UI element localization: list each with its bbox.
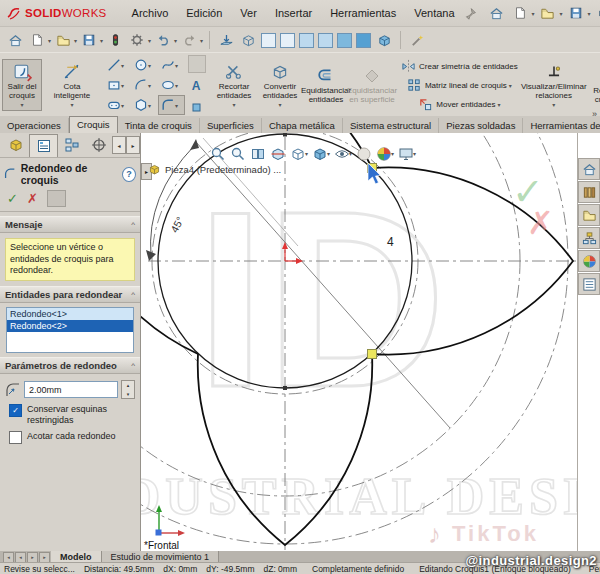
sketch-text-button[interactable]: A [188,78,204,94]
radius-spin-down[interactable]: ▾ [122,390,134,399]
keep-corners-checkbox[interactable]: ✓ [9,404,22,417]
offset-entities-button[interactable]: Equidistanciar entidades [303,63,349,107]
list-item[interactable]: Redondeo<1> [7,308,133,320]
options-gear-button[interactable] [127,30,147,50]
confirm-cancel-mark[interactable]: ✗ [527,205,554,241]
options-caret[interactable]: ▾ [148,37,151,44]
tab-scroll-next-button[interactable]: ▸ [27,552,38,563]
undo-button[interactable] [153,30,173,50]
exit-sketch-button[interactable]: Salir del croquis ▾ [2,59,42,110]
view-ambient-button[interactable] [356,33,371,48]
menu-herramientas[interactable]: Herramientas [321,3,405,23]
sketch-canvas[interactable]: ID INDUSTRIAL DESIGN ♪ TikTok [141,133,578,552]
panel-tabs-right-button[interactable]: ▸ [126,136,140,154]
design-library-button[interactable] [578,181,600,203]
display-relations-caret[interactable]: ▾ [552,102,555,109]
edit-appearance-button[interactable] [355,144,373,163]
display-style-caret[interactable]: ▾ [327,150,330,157]
list-item[interactable]: Redondeo<2> [7,320,133,332]
new-document-button-2[interactable] [27,30,47,50]
undo-caret[interactable]: ▾ [174,37,177,44]
menu-archivo[interactable]: Archivo [123,3,178,23]
feature-tree-tab[interactable] [2,134,29,156]
menu-ventana[interactable]: Ventana [405,3,463,23]
pm-pin-button[interactable] [47,190,66,207]
tab-piezas-soldadas[interactable]: Piezas soldadas [439,118,523,133]
print-button[interactable] [594,3,600,23]
hide-show-items-button[interactable]: ▾ [333,144,353,163]
tab-croquis[interactable]: Croquis [69,116,118,133]
rectangle-caret[interactable]: ▾ [121,82,124,89]
zoom-fit-button[interactable] [209,144,227,163]
line-caret[interactable]: ▾ [121,62,124,69]
angle-dimension-text[interactable]: 45° [168,215,186,235]
trim-entities-button[interactable]: Recortar entidades ▾ [211,59,257,110]
new-document-button[interactable] [510,3,530,23]
linear-pattern-button[interactable]: Matriz lineal de croquis ▾ [405,76,514,94]
rectangle-tool-button[interactable]: ▾ [104,75,131,95]
parameters-section-header[interactable]: Parámetros de redondeo ^ [0,357,140,374]
polygon-tool-button[interactable]: ▾ [131,95,158,115]
ellipse-caret[interactable]: ▾ [175,82,178,89]
exit-sketch-caret[interactable]: ▾ [20,102,23,109]
smart-dimension-button[interactable]: Cota inteligente ▾ [46,59,98,110]
fillet-vertex-marker-2[interactable] [368,350,377,359]
new-caret-2[interactable]: ▾ [48,37,51,44]
spline-caret[interactable]: ▾ [175,62,178,69]
tab-scroll-last-button[interactable]: ▸ [39,552,50,563]
smart-dimension-caret[interactable]: ▾ [70,102,73,109]
view-hidden-removed-button[interactable] [280,33,295,48]
view-wireframe-button[interactable] [238,30,258,50]
pm-accept-button[interactable]: ✓ [7,191,18,206]
display-style-button[interactable]: ▾ [311,144,331,163]
line-tool-button[interactable]: ▾ [104,55,131,75]
feature-tree-breadcrumb[interactable]: Pieza4 (Predeterminado) ... [148,163,281,176]
section-view-button[interactable] [269,144,287,163]
magic-wand-button[interactable] [407,30,427,50]
radius-spin-up[interactable]: ▴ [122,381,134,390]
ellipse-tool-button[interactable]: ▾ [158,75,185,95]
view-shaded-edges-button[interactable] [299,33,314,48]
tab-herramientas-de-moldes[interactable]: Herramientas de moldes [523,118,600,133]
view-shadow-button[interactable] [337,33,352,48]
view-shaded-button[interactable] [318,33,333,48]
slot-tool-button[interactable]: ▾ [104,95,131,115]
save-button-2[interactable] [79,30,99,50]
slot-caret[interactable]: ▾ [121,102,124,109]
property-manager-tab[interactable] [29,134,58,157]
redo-caret[interactable]: ▾ [200,37,203,44]
message-collapse-icon[interactable]: ^ [131,220,135,229]
endpoint-marker-top[interactable] [283,133,287,137]
pm-help-icon[interactable]: ? [122,167,136,182]
tab-sistema-estructural[interactable]: Sistema estructural [343,118,439,133]
sketch-fillet-caret[interactable]: ▾ [175,102,178,109]
configuration-manager-tab[interactable] [58,134,85,156]
custom-properties-button[interactable] [578,273,600,295]
circle-caret[interactable]: ▾ [148,62,151,69]
parameters-collapse-icon[interactable]: ^ [131,361,135,370]
polygon-caret[interactable]: ▾ [148,102,151,109]
fillet-entities-list[interactable]: Redondeo<1> Redondeo<2> [6,307,134,353]
spline-tool-button[interactable]: ▾ [158,55,185,75]
redo-button[interactable] [179,30,199,50]
apply-scene-caret[interactable]: ▾ [391,150,394,157]
sketch-fillet-button[interactable]: ▾ [158,95,185,115]
view-orientation-caret[interactable]: ▾ [305,150,308,157]
home-button-2[interactable] [5,30,25,50]
fillet-radius-input[interactable]: 2.00mm [24,381,118,398]
circle-tool-button[interactable]: ▾ [131,55,158,75]
linear-pattern-caret[interactable]: ▾ [509,82,512,89]
menu-edicion[interactable]: Edición [177,3,231,23]
convert-caret[interactable]: ▾ [278,102,281,109]
tab-superficies[interactable]: Superficies [200,118,262,133]
tab-tinta-de-croquis[interactable]: Tinta de croquis [118,118,200,133]
pin-menu-icon[interactable] [464,3,477,23]
tab-scroll-prev-button[interactable]: ◂ [15,552,26,563]
breadcrumb-label[interactable]: Pieza4 (Predeterminado) ... [165,164,281,175]
sw-resources-button[interactable] [578,158,600,180]
point-tool-button[interactable] [188,99,204,115]
dimxpert-tab[interactable] [85,134,112,156]
convert-entities-button[interactable]: Convertir entidades ▾ [257,59,303,110]
save-caret[interactable]: ▾ [588,10,591,17]
open-button[interactable] [538,3,558,23]
